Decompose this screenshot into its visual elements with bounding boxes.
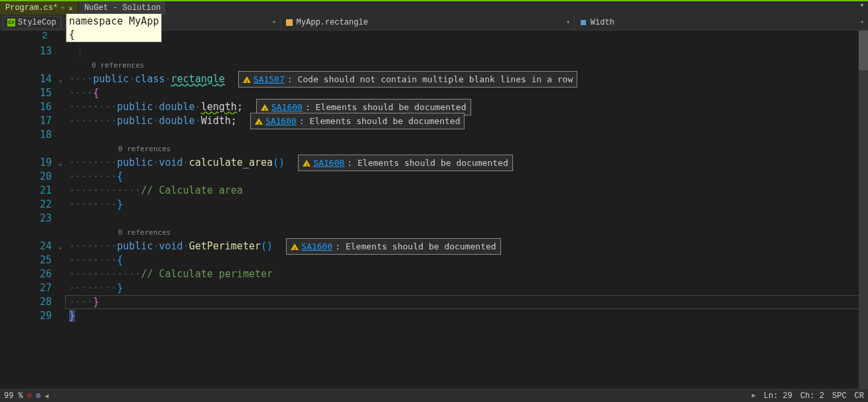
code-line: 24 ⌄ ········public·void·GetPerimeter() … (11, 239, 868, 253)
vertical-scrollbar[interactable] (859, 31, 868, 389)
stylecop-label: StyleCop (18, 18, 56, 27)
status-spaces[interactable]: SPC (832, 391, 847, 401)
svg-rect-1 (581, 20, 586, 25)
codelens-row: 0 references (11, 58, 868, 72)
pin-icon[interactable]: ⊸ (60, 4, 64, 12)
codelens-row: 0 references (11, 142, 868, 156)
code-lines: 13 0 references 14 ⌄ ····public·class·re… (11, 31, 868, 323)
chevron-down-icon: ▾ (566, 19, 569, 26)
warning-sa1600[interactable]: SA1600: Elements should be documented (250, 113, 465, 129)
code-line: 14 ⌄ ····public·class·rectangle SA1507: … (11, 72, 868, 86)
tab-nuget[interactable]: NuGet - Solution (79, 1, 167, 15)
status-eol[interactable]: CR (855, 391, 864, 401)
code-line: 18 (11, 128, 868, 142)
code-line: 21 ············// Calculate area (11, 184, 868, 198)
editor-tabs: Program.cs* ⊸ ✕ NuGet - Solution ▾ (0, 0, 868, 15)
zoom-level[interactable]: 99 % (4, 391, 23, 401)
chevron-down-icon: ▾ (861, 19, 864, 26)
nav-scope-3-label: Width (591, 18, 615, 27)
code-line: 25 ········{ (11, 253, 868, 267)
cs-icon: C# (7, 19, 15, 27)
codelens-0ref[interactable]: 0 references (118, 226, 171, 239)
warning-sa1600[interactable]: SA1600: Elements should be documented (286, 238, 501, 255)
warning-sa1507[interactable]: SA1507: Code should not contain multiple… (238, 71, 577, 88)
nav-scope-3[interactable]: Width ▾ (574, 15, 868, 30)
overlay-line-1: namespace MyApp (69, 15, 159, 28)
fold-icon[interactable]: ⌄ (56, 239, 65, 253)
code-line: 28 ····} (11, 295, 868, 309)
warning-icon (243, 76, 251, 83)
scrollbar-thumb[interactable] (859, 31, 868, 70)
close-icon[interactable]: ✕ (68, 4, 73, 13)
codelens-0ref[interactable]: 0 references (118, 142, 171, 156)
fold-icon[interactable]: ⌄ (56, 156, 65, 170)
warning-icon (303, 160, 311, 167)
tab-label: Program.cs* (5, 3, 58, 13)
tabs-overflow-icon[interactable]: ▾ (856, 1, 868, 15)
overlay-line-2: { (69, 28, 159, 41)
code-line: 20 ········{ (11, 170, 868, 184)
codelens-0ref[interactable]: 0 references (92, 58, 144, 72)
class-icon (285, 18, 294, 27)
status-col[interactable]: Ch: 2 (800, 391, 824, 401)
code-line: 19 ⌄ ········public·void·calculate_area(… (11, 156, 868, 170)
status-bar: 99 % ⊘ ⚙ ◀ ▶ Ln: 29 Ch: 2 SPC CR (0, 389, 868, 402)
no-issues-icon[interactable]: ⊘ (27, 391, 32, 401)
stylecop-button[interactable]: C# StyleCop (3, 16, 61, 29)
nav-scope-2[interactable]: MyApp.rectangle ▾ (280, 15, 574, 30)
status-line[interactable]: Ln: 29 (764, 391, 792, 401)
code-line: 29 } (11, 309, 868, 323)
nav-forward-icon[interactable]: ▶ (752, 391, 756, 401)
fixed-gutter-2: 2 (0, 31, 56, 44)
code-line: 26 ············// Calculate perimeter (11, 267, 868, 281)
code-line: 22 ········} (11, 198, 868, 212)
build-icon[interactable]: ⚙ (36, 391, 40, 401)
codelens-row: 0 references (11, 226, 868, 239)
warning-icon (291, 243, 299, 250)
svg-rect-0 (286, 19, 293, 26)
nav-scope-2-label: MyApp.rectangle (297, 18, 368, 27)
tab-program-cs[interactable]: Program.cs* ⊸ ✕ (0, 1, 79, 15)
nav-back-icon[interactable]: ◀ (44, 392, 48, 400)
chevron-down-icon: ▾ (272, 19, 275, 26)
sticky-scroll-overlay: namespace MyApp { (66, 13, 162, 42)
warning-icon (255, 118, 263, 125)
field-icon (579, 18, 588, 27)
code-line: 17 ········public·double·Width; SA1600: … (11, 114, 868, 128)
fold-icon[interactable]: ⌄ (56, 72, 65, 86)
warning-icon (261, 104, 269, 111)
code-editor[interactable]: 13 0 references 14 ⌄ ····public·class·re… (0, 31, 868, 389)
warning-sa1600[interactable]: SA1600: Elements should be documented (298, 155, 513, 171)
code-line: 15 ····{ (11, 86, 868, 100)
code-line: 23 (11, 212, 868, 226)
code-line: 16 ········public·double·length; SA1600:… (11, 100, 868, 114)
tab-label: NuGet - Solution (84, 3, 161, 13)
code-line: 13 (11, 44, 868, 58)
code-line: 27 ········} (11, 281, 868, 295)
